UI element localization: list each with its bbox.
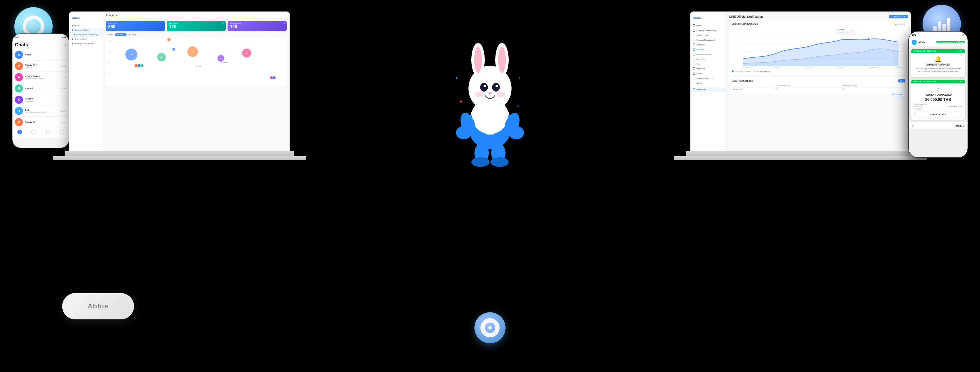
- lon-title: LINE Official Notification: [729, 15, 763, 18]
- rsidebar-chat[interactable]: Chat: [690, 62, 726, 66]
- dt-table: Phone number push Messages delivery 27 J…: [732, 84, 905, 91]
- rsidebar-message-mgmt[interactable]: Message Management: [690, 38, 726, 42]
- notif-row-datetime: Date/Time 1 Jan 2024 21:41: [915, 106, 962, 108]
- svg-point-21: [471, 157, 490, 167]
- tab-graph[interactable]: Graph: [106, 33, 114, 36]
- abbie-avatar: A: [912, 40, 917, 45]
- notif-row-fee: Maintenance fee: [915, 103, 962, 105]
- legend-phone-push: Phone number push: [732, 70, 749, 72]
- lon-chart-title: Monthly LON Statistics: [732, 23, 758, 25]
- footer-home-icon[interactable]: ⌂: [912, 124, 914, 128]
- rsidebar-broadcast[interactable]: Broadcast: [690, 47, 726, 52]
- svg-point-22: [490, 157, 509, 167]
- sidebar-item-company-profile[interactable]: Company Profile: [69, 28, 103, 32]
- download-csv-button[interactable]: Download as CSV: [889, 15, 908, 18]
- bubble-item: 113: [187, 46, 198, 57]
- svg-point-40: [868, 49, 870, 51]
- stat-card-total-friends: Total friends 850 ✕: [106, 21, 165, 31]
- laptop-right-screen: Abbie. Home Company Profile Settings Cha…: [690, 12, 911, 150]
- db-main: Analytics Total friends 850 ✕ New friend…: [103, 12, 290, 150]
- reminder-title: PAYMENT REMINDER: [915, 63, 962, 66]
- check-details-button[interactable]: CHECK DETAILS: [915, 112, 962, 117]
- phone-right-screen: 9:41 ●●● A Abbie OFFICIAL NOTIFICATION L…: [909, 32, 967, 157]
- db-page-title: Analytics: [103, 12, 290, 19]
- phone-right-footer: ⌂ Menu ▸: [909, 122, 967, 129]
- menu-label[interactable]: Menu ▸: [956, 125, 964, 127]
- chat-avatar: P: [15, 62, 23, 70]
- rsidebar-dashboard2[interactable]: Dashboard: [690, 87, 726, 92]
- notif-body-completed: ✓ PAYMENT COMPLETED 26,000.00 THB Mainte…: [911, 84, 965, 120]
- notif-banner-2: OFFICIAL NOTIFICATION LINE: [911, 80, 965, 84]
- right-sidebar: Abbie. Home Company Profile Settings Cha…: [690, 12, 726, 150]
- view-details-button[interactable]: View details: [892, 93, 905, 97]
- db-chart-area: Graph Mind Plan Heatmap 125k 100k 75k 50…: [103, 33, 290, 87]
- mouse-device: Abbie: [62, 293, 134, 320]
- rsidebar-beacon[interactable]: Beacon Management: [690, 76, 726, 81]
- svg-point-39: [868, 38, 870, 40]
- payment-reminder-card: OFFICIAL NOTIFICATION LINE 🔔 PAYMENT REM…: [911, 49, 965, 77]
- table-row: 27 Jul 2023 37 0: [732, 87, 905, 91]
- svg-text:24 Jul 2023: 24 Jul 2023: [869, 66, 878, 68]
- stat-close-btn-2[interactable]: ✕: [222, 22, 224, 24]
- svg-text:9 Jul 2023: 9 Jul 2023: [773, 66, 781, 68]
- scene: 5:41 ●●● Chats ≡ A Abbie P: [0, 0, 980, 372]
- chart-tabs: Graph Mind Plan Heatmap: [106, 33, 286, 36]
- right-main: LINE Official Notification Download as C…: [726, 12, 911, 150]
- rsidebar-rich-menu[interactable]: Rich Menu: [690, 57, 726, 62]
- bubble-item: 58: [218, 55, 224, 62]
- td-delivery: 0: [842, 87, 905, 91]
- nav-chat[interactable]: [31, 130, 36, 137]
- chart-tooltip: 22 Jul 2023 ● Phone number push: 57 ● Me…: [836, 28, 856, 34]
- db-logo: Abbie.: [69, 14, 103, 22]
- tab-heatmap[interactable]: Heatmap: [127, 33, 138, 36]
- sidebar-item-company-profile-settings[interactable]: Company Profile Settings: [69, 32, 103, 37]
- chat-avatar: D: [15, 107, 23, 115]
- reminder-desc: Your upcoming maintenance fee is due. Pl…: [915, 67, 962, 73]
- phone-left-time: 5:41: [15, 36, 20, 38]
- rsidebar-audiences[interactable]: Audiences: [690, 42, 726, 47]
- svg-text:30 Jul 2023: 30 Jul 2023: [894, 66, 903, 68]
- bubble-item: 86: [242, 49, 251, 58]
- stat-close-btn-3[interactable]: ✕: [283, 22, 285, 24]
- svg-point-6: [474, 47, 482, 73]
- official-notification-badge: OFFICIAL NOTIFICATION: [937, 41, 958, 43]
- chat-avatar: P: [15, 118, 23, 126]
- nav-home[interactable]: [17, 130, 22, 137]
- stat-close-btn[interactable]: ✕: [162, 22, 164, 24]
- tab-mindplan[interactable]: Mind Plan: [115, 33, 126, 36]
- svg-point-23: [479, 109, 501, 135]
- rsidebar-dashboard[interactable]: Dashboard: [690, 66, 726, 71]
- lon-chart-card: Monthly LON Statistics Jul 2023 📅 22 Jul…: [729, 20, 908, 74]
- target-icon: [474, 312, 506, 343]
- laptop-right-foot: [674, 156, 928, 160]
- rsidebar-events[interactable]: Events: [690, 71, 726, 76]
- th-phone-push: Phone number push: [775, 84, 842, 87]
- rsidebar-home[interactable]: Home: [690, 23, 726, 28]
- sidebar-item-channel-profile[interactable]: Channel Profile: [69, 37, 103, 41]
- svg-text:♦: ♦: [519, 76, 520, 80]
- svg-point-11: [495, 85, 498, 87]
- abbie-name: Abbie: [918, 41, 925, 44]
- svg-text:✦: ✦: [516, 104, 519, 108]
- chat-avatar: K: [15, 96, 23, 104]
- laptop-left-screen: Abbie. Home Company Profile Company Prof…: [69, 12, 290, 150]
- line-badge: LINE: [959, 41, 965, 43]
- th-date: [732, 84, 774, 87]
- th-msg-delivery: Messages delivery: [842, 84, 905, 87]
- notif-banner-1: OFFICIAL NOTIFICATION LINE: [911, 49, 965, 53]
- svg-point-13: [496, 92, 505, 97]
- sidebar-item-home[interactable]: Home: [69, 23, 103, 28]
- right-logo: Abbie.: [690, 14, 726, 22]
- chat-avatar: A: [15, 51, 23, 59]
- rsidebar-role-permission[interactable]: Role & Permission: [690, 52, 726, 57]
- svg-point-10: [484, 85, 486, 87]
- rsidebar-company-profile-settings[interactable]: Company Profile Settings: [690, 28, 726, 33]
- dt-new-btn[interactable]: New: [898, 79, 905, 82]
- db-stats-row: Total friends 850 ✕ New friends 120 ✕ Me…: [103, 19, 290, 33]
- mascot: ★ ✦ ♦ ◆: [452, 36, 528, 170]
- svg-text:14 Jul 2023: 14 Jul 2023: [805, 66, 814, 68]
- rsidebar-genius[interactable]: Genius: [690, 81, 726, 85]
- sidebar-item-message-management[interactable]: Message Management: [69, 41, 103, 46]
- rsidebar-channel-profile[interactable]: Channel Profile: [690, 33, 726, 38]
- laptop-left-base: [65, 150, 294, 156]
